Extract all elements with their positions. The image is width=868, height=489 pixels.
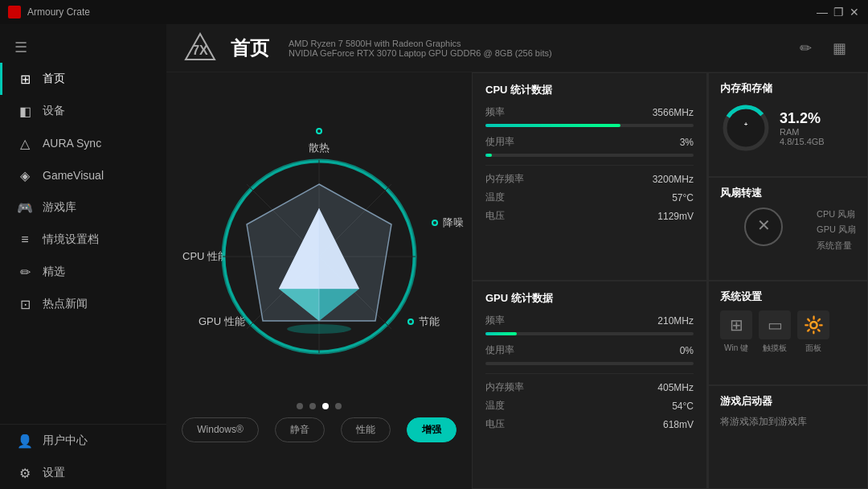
cpu-title: CPU 统计数据 bbox=[485, 83, 694, 97]
mode-dot-3 bbox=[322, 403, 329, 409]
sidebar-label-devices: 设备 bbox=[43, 104, 65, 118]
gpu-memfreq-value: 405MHz bbox=[657, 382, 694, 393]
sidebar-item-usercenter[interactable]: 👤 用户中心 bbox=[0, 425, 166, 457]
sidebar-label-home: 首页 bbox=[43, 72, 65, 86]
hamburger-menu[interactable]: ☰ bbox=[0, 32, 166, 63]
close-button[interactable]: ✕ bbox=[849, 6, 860, 18]
gpu-usage-label: 使用率 bbox=[485, 343, 514, 357]
mode-dots bbox=[297, 403, 342, 409]
minimize-button[interactable]: — bbox=[817, 6, 828, 18]
sidebar-item-featured[interactable]: ✏ 精选 bbox=[0, 256, 166, 288]
memory-info: 31.2% RAM 4.8/15.4GB bbox=[780, 110, 856, 146]
cpu-divider bbox=[485, 165, 694, 166]
header-actions: ✏ ▦ bbox=[792, 35, 852, 61]
cpu-freq-value: 3566MHz bbox=[653, 107, 694, 118]
system-settings-panel: 系统设置 ⊞ Win 键 ▭ 触摸板 bbox=[708, 281, 868, 385]
memory-percentage: 31.2% bbox=[780, 110, 856, 127]
sys-icon-touchpad[interactable]: ▭ 触摸板 bbox=[759, 310, 791, 354]
gpu-usage-value: 0% bbox=[680, 345, 694, 356]
sidebar-item-gamelibrary[interactable]: 🎮 游戏库 bbox=[0, 191, 166, 224]
gpu-voltage-label: 电压 bbox=[485, 417, 505, 431]
sidebar-label-news: 热点新闻 bbox=[43, 297, 88, 311]
sidebar-label-usercenter: 用户中心 bbox=[43, 434, 88, 448]
winkey-label: Win 键 bbox=[724, 343, 748, 354]
gpu-voltage-value: 618mV bbox=[663, 419, 694, 430]
cpu-memfreq-row: 内存频率 3200MHz bbox=[485, 172, 694, 186]
memory-title: 内存和存储 bbox=[720, 81, 856, 96]
cpu-panel: CPU 统计数据 频率 3566MHz 使用率 bbox=[472, 72, 707, 281]
panel-icon: 🔆 bbox=[797, 310, 829, 339]
memory-circle: + bbox=[720, 102, 772, 154]
title-bar-left: Armoury Crate bbox=[8, 6, 90, 18]
svg-point-19 bbox=[287, 324, 351, 334]
cpu-gpu-column: CPU 统计数据 频率 3566MHz 使用率 bbox=[472, 72, 707, 489]
svg-text:+: + bbox=[744, 121, 748, 128]
mode-boost-button[interactable]: 增强 bbox=[407, 417, 457, 442]
cpu-usage-bar-wrap bbox=[485, 154, 694, 157]
gpu-usage-bar-wrap bbox=[485, 362, 694, 365]
cpu-memfreq-value: 3200MHz bbox=[653, 174, 694, 185]
system-settings-title: 系统设置 bbox=[720, 290, 856, 304]
sidebar-item-news[interactable]: ⊡ 热点新闻 bbox=[0, 288, 166, 320]
gpu-freq-bar-wrap bbox=[485, 332, 694, 335]
gpu-voltage-row: 电压 618mV bbox=[485, 417, 694, 431]
sys-icon-winkey[interactable]: ⊞ Win 键 bbox=[720, 310, 752, 354]
sidebar-bottom: 👤 用户中心 ⚙ 设置 bbox=[0, 424, 166, 489]
mode-buttons: Windows® 静音 性能 增强 bbox=[182, 417, 457, 442]
fan-gpu-label: GPU 风扇 bbox=[817, 222, 856, 238]
sidebar-item-devices[interactable]: ◧ 设备 bbox=[0, 95, 166, 127]
devices-icon: ◧ bbox=[17, 103, 33, 119]
sidebar-label-profiles: 情境设置档 bbox=[43, 232, 99, 247]
right-panels: CPU 统计数据 频率 3566MHz 使用率 bbox=[472, 72, 868, 489]
sidebar-label-featured: 精选 bbox=[43, 265, 65, 279]
sidebar-item-gamevisual[interactable]: ◈ GameVisual bbox=[0, 159, 166, 191]
gamelibrary-icon: 🎮 bbox=[17, 199, 33, 216]
stats-section: CPU 统计数据 频率 3566MHz 使用率 bbox=[472, 72, 868, 489]
panel-label: 面板 bbox=[805, 343, 821, 354]
sidebar-item-aura[interactable]: △ AURA Sync bbox=[0, 127, 166, 159]
cpu-voltage-row: 电压 1129mV bbox=[485, 209, 694, 223]
edit-icon[interactable]: ✏ bbox=[792, 35, 818, 61]
mode-dot-4 bbox=[335, 403, 342, 409]
content-area: 7X 首页 AMD Ryzen 7 5800H with Radeon Grap… bbox=[166, 24, 868, 489]
gpu-temp-value: 54°C bbox=[672, 401, 694, 412]
fan-title: 风扇转速 bbox=[720, 186, 856, 200]
home-icon: ⊞ bbox=[17, 71, 33, 87]
fan-content: ✕ CPU 风扇 GPU 风扇 系统音量 bbox=[720, 207, 856, 254]
dot-top bbox=[316, 128, 322, 134]
svg-text:✕: ✕ bbox=[757, 216, 771, 234]
sidebar-item-home[interactable]: ⊞ 首页 bbox=[0, 63, 166, 95]
mode-silent-button[interactable]: 静音 bbox=[275, 417, 325, 442]
content-body: 散热 CPU 性能 降噪 GPU 性能 bbox=[166, 72, 868, 489]
cpu-voltage-value: 1129mV bbox=[657, 211, 694, 222]
mode-windows-button[interactable]: Windows® bbox=[182, 417, 259, 442]
maximize-button[interactable]: ❐ bbox=[833, 6, 844, 18]
window-controls[interactable]: — ❐ ✕ bbox=[817, 6, 860, 18]
sidebar-label-aura: AURA Sync bbox=[43, 137, 101, 150]
sidebar-item-settings[interactable]: ⚙ 设置 bbox=[0, 457, 166, 489]
sidebar-label-gamelibrary: 游戏库 bbox=[43, 200, 76, 215]
cpu-usage-row: 使用率 3% bbox=[485, 135, 694, 149]
sys-icon-panel[interactable]: 🔆 面板 bbox=[797, 310, 829, 354]
fan-panel: 风扇转速 ✕ CPU 风扇 GPU 风 bbox=[708, 177, 868, 281]
game-launcher-panel: 游戏启动器 将游戏添加到游戏库 bbox=[708, 385, 868, 490]
user-icon: 👤 bbox=[17, 433, 33, 449]
gpu-freq-row: 频率 210MHz bbox=[485, 314, 694, 327]
memory-detail: 4.8/15.4GB bbox=[780, 137, 856, 146]
settings-icon: ⚙ bbox=[17, 465, 33, 481]
radar-panel: 散热 CPU 性能 降噪 GPU 性能 bbox=[166, 72, 472, 489]
mode-performance-button[interactable]: 性能 bbox=[341, 417, 391, 442]
gpu-divider bbox=[485, 373, 694, 374]
cpu-usage-value: 3% bbox=[680, 137, 694, 148]
main-layout: ☰ ⊞ 首页 ◧ 设备 △ AURA Sync ◈ GameVisual 🎮 游… bbox=[0, 24, 868, 489]
page-title: 首页 bbox=[231, 35, 269, 61]
news-icon: ⊡ bbox=[17, 296, 33, 312]
cpu-temp-label: 温度 bbox=[485, 191, 505, 204]
sidebar-item-profiles[interactable]: ≡ 情境设置档 bbox=[0, 224, 166, 256]
layout-icon[interactable]: ▦ bbox=[826, 35, 852, 61]
fan-logo: ✕ bbox=[743, 207, 784, 247]
system-icons: ⊞ Win 键 ▭ 触摸板 🔆 面板 bbox=[720, 310, 856, 354]
cpu-freq-bar-wrap bbox=[485, 124, 694, 127]
gpu-memfreq-row: 内存频率 405MHz bbox=[485, 380, 694, 394]
cpu-usage-bar bbox=[485, 154, 492, 157]
